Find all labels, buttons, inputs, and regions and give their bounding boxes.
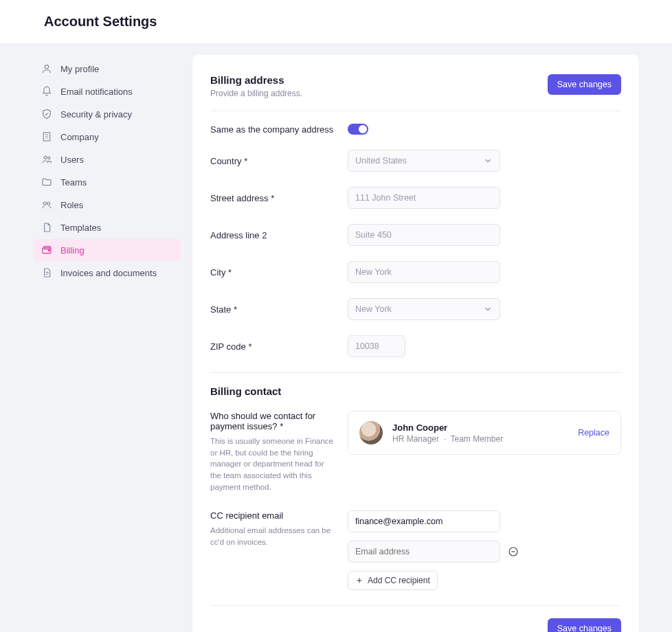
page-title: Account Settings <box>44 14 639 30</box>
plus-icon <box>355 576 363 585</box>
divider <box>210 111 621 111</box>
zip-label: ZIP code * <box>210 341 348 352</box>
sidebar-item-label: Templates <box>60 223 101 233</box>
sidebar-item-label: Roles <box>60 200 83 210</box>
sidebar-item-users[interactable]: Users <box>33 148 181 170</box>
city-label: City * <box>210 267 348 278</box>
sidebar-item-email-notifications[interactable]: Email notifications <box>33 80 181 102</box>
line2-label: Address line 2 <box>210 230 348 240</box>
cc-hint: Additional email addresses can be cc'd o… <box>210 525 334 548</box>
sidebar-item-invoices[interactable]: Invoices and documents <box>33 262 181 284</box>
sidebar-item-my-profile[interactable]: My profile <box>33 58 181 80</box>
billing-address-title: Billing address <box>210 74 302 86</box>
city-input[interactable] <box>348 261 500 283</box>
svg-rect-1 <box>43 133 49 141</box>
bell-icon <box>41 86 52 97</box>
sidebar-item-billing[interactable]: Billing <box>33 239 181 261</box>
add-cc-label: Add CC recipient <box>368 576 430 585</box>
contact-name: John Cooper <box>392 422 568 433</box>
svg-point-8 <box>48 250 49 251</box>
svg-point-0 <box>45 65 48 69</box>
user-icon <box>41 63 52 74</box>
contact-question: Who should we contact for payment issues… <box>210 411 334 431</box>
page-header: Account Settings <box>0 0 672 44</box>
sidebar-item-roles[interactable]: Roles <box>33 194 181 216</box>
chevron-down-icon <box>483 156 493 166</box>
same-as-company-toggle[interactable] <box>348 124 368 135</box>
divider <box>210 372 621 373</box>
svg-point-2 <box>44 156 47 159</box>
sidebar-item-security-privacy[interactable]: Security & privacy <box>33 103 181 125</box>
save-changes-button[interactable]: Save changes <box>548 74 621 95</box>
svg-point-3 <box>48 157 50 159</box>
users-icon <box>41 154 52 165</box>
sidebar: My profile Email notifications Security … <box>33 55 181 632</box>
sidebar-item-label: Users <box>60 155 84 165</box>
save-changes-button-bottom[interactable]: Save changes <box>548 618 621 632</box>
building-icon <box>41 131 52 142</box>
billing-contact-title: Billing contact <box>210 385 621 397</box>
add-cc-button[interactable]: Add CC recipient <box>348 571 438 590</box>
sidebar-item-label: Billing <box>60 245 85 256</box>
country-label: Country * <box>210 156 348 166</box>
sidebar-item-label: Teams <box>60 177 87 188</box>
cc-label: CC recipient email <box>210 510 334 521</box>
contact-card: John Cooper HR Manager · Team Member Rep… <box>348 411 621 455</box>
sidebar-item-label: Company <box>60 132 99 142</box>
zip-input[interactable] <box>348 335 405 357</box>
street-input[interactable] <box>348 187 500 209</box>
shield-icon <box>41 109 52 120</box>
cc-email-input[interactable] <box>348 510 500 532</box>
document-icon <box>41 222 52 233</box>
country-value: United States <box>355 156 407 166</box>
cc-email-input-empty[interactable] <box>348 541 500 563</box>
remove-cc-button[interactable] <box>507 545 519 558</box>
state-value: New York <box>355 304 392 314</box>
country-select[interactable]: United States <box>348 150 500 172</box>
line2-input[interactable] <box>348 224 500 246</box>
file-icon <box>41 267 52 278</box>
sidebar-item-label: Security & privacy <box>60 109 132 120</box>
sidebar-item-templates[interactable]: Templates <box>33 216 181 238</box>
avatar <box>359 421 383 444</box>
street-label: Street address * <box>210 193 348 203</box>
replace-contact-button[interactable]: Replace <box>578 428 609 438</box>
contact-hint: This is usually someone in Finance or HR… <box>210 436 334 493</box>
folder-icon <box>41 177 52 188</box>
contact-meta: HR Manager · Team Member <box>392 434 568 444</box>
sidebar-item-label: My profile <box>60 64 99 74</box>
sidebar-item-teams[interactable]: Teams <box>33 171 181 193</box>
sidebar-item-label: Invoices and documents <box>60 268 157 278</box>
svg-point-4 <box>43 202 46 205</box>
billing-address-subtitle: Provide a billing address. <box>210 89 302 98</box>
svg-point-5 <box>47 202 50 205</box>
same-as-company-label: Same as the company address <box>210 124 348 135</box>
roles-icon <box>41 199 52 210</box>
divider <box>210 605 621 606</box>
sidebar-item-label: Email notifications <box>60 87 133 97</box>
sidebar-item-company[interactable]: Company <box>33 126 181 148</box>
chevron-down-icon <box>483 304 493 314</box>
main-panel: Billing address Provide a billing addres… <box>192 55 639 632</box>
wallet-icon <box>41 245 52 256</box>
state-label: State * <box>210 304 348 315</box>
state-select[interactable]: New York <box>348 298 500 320</box>
